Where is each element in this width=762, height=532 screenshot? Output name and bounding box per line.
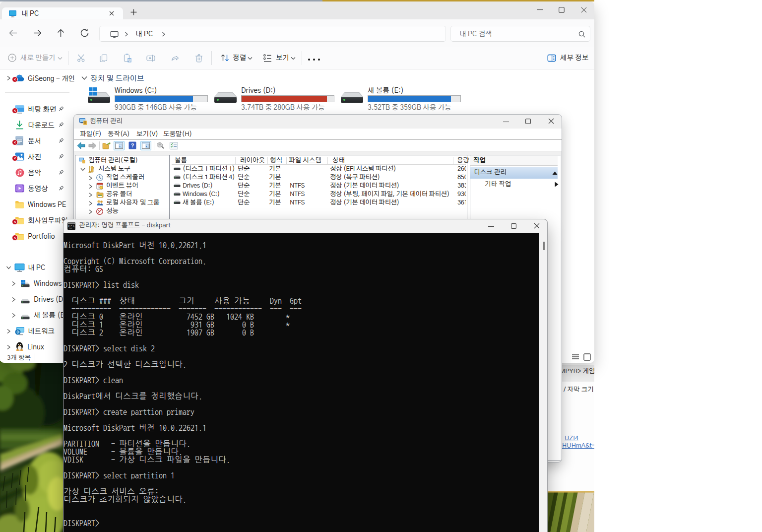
svg-text:C:\: C:\ bbox=[68, 224, 75, 228]
svg-text:?: ? bbox=[131, 142, 134, 148]
